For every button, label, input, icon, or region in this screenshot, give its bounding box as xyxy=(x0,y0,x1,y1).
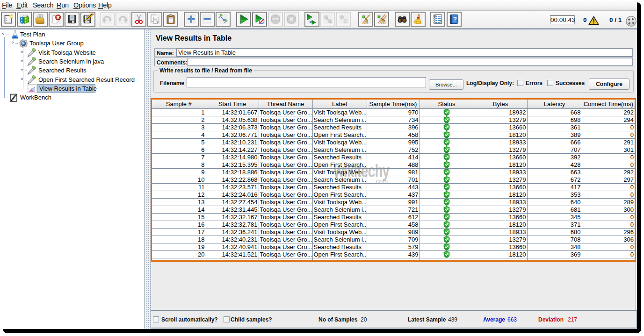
svg-text:?: ? xyxy=(453,15,457,23)
svg-text:STOP: STOP xyxy=(272,18,279,21)
